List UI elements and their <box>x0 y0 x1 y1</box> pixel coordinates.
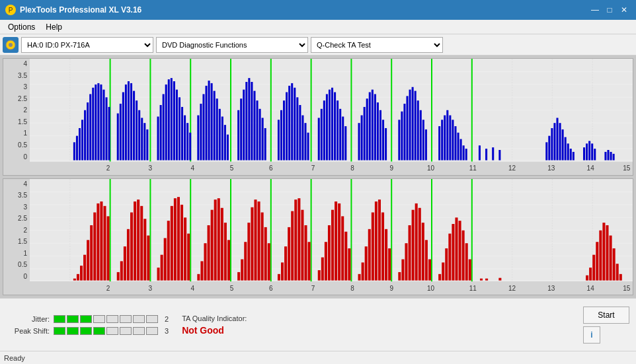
svg-rect-60 <box>146 129 148 161</box>
svg-rect-221 <box>117 272 120 280</box>
svg-rect-59 <box>143 123 145 160</box>
svg-rect-166 <box>570 149 572 160</box>
svg-rect-74 <box>197 116 199 161</box>
svg-rect-115 <box>334 92 336 161</box>
svg-rect-236 <box>174 198 177 280</box>
svg-rect-261 <box>278 273 280 280</box>
svg-rect-66 <box>171 78 173 160</box>
svg-rect-216 <box>93 212 96 280</box>
meter-block <box>106 327 118 335</box>
svg-rect-119 <box>344 126 346 161</box>
svg-rect-70 <box>181 107 183 161</box>
svg-rect-41 <box>89 94 91 160</box>
svg-rect-87 <box>240 98 242 160</box>
svg-rect-45 <box>100 85 102 161</box>
svg-rect-152 <box>465 149 467 160</box>
svg-rect-311 <box>480 278 483 280</box>
svg-rect-107 <box>304 123 306 160</box>
svg-rect-43 <box>95 85 97 161</box>
app-icon: P <box>5 5 16 15</box>
svg-rect-288 <box>381 212 384 280</box>
jitter-meter <box>54 315 158 323</box>
svg-rect-143 <box>441 120 443 160</box>
svg-rect-46 <box>102 90 104 161</box>
svg-rect-76 <box>202 94 204 160</box>
svg-rect-36 <box>76 136 78 161</box>
svg-rect-93 <box>257 100 258 160</box>
svg-rect-238 <box>180 204 183 280</box>
status-text: Ready <box>4 354 25 362</box>
svg-rect-272 <box>321 257 324 280</box>
svg-rect-297 <box>418 207 421 280</box>
svg-rect-171 <box>591 143 593 160</box>
svg-rect-300 <box>428 259 431 280</box>
svg-rect-83 <box>221 116 223 160</box>
window-title: PlexTools Professional XL V3.16 <box>20 5 141 15</box>
menu-help[interactable]: Help <box>40 21 67 33</box>
svg-rect-227 <box>137 200 139 280</box>
svg-rect-262 <box>281 262 284 280</box>
svg-rect-305 <box>452 224 454 281</box>
peak-shift-label: Peak Shift: <box>7 327 50 335</box>
svg-rect-256 <box>254 200 257 280</box>
close-button[interactable]: ✕ <box>617 3 631 17</box>
svg-rect-252 <box>241 259 243 280</box>
start-button[interactable]: Start <box>583 307 629 324</box>
svg-rect-75 <box>200 104 202 161</box>
svg-rect-51 <box>122 92 124 161</box>
svg-rect-246 <box>214 200 217 280</box>
svg-rect-125 <box>372 90 374 161</box>
svg-rect-124 <box>369 92 371 161</box>
svg-rect-140 <box>422 120 424 160</box>
maximize-button[interactable]: □ <box>603 3 616 17</box>
svg-rect-210 <box>73 278 76 280</box>
function-select[interactable]: DVD Diagnostic Functions <box>156 37 308 53</box>
svg-rect-149 <box>457 133 459 161</box>
svg-rect-153 <box>479 145 481 160</box>
svg-rect-299 <box>425 240 428 280</box>
svg-rect-319 <box>602 223 605 280</box>
svg-rect-92 <box>253 91 255 161</box>
minimize-button[interactable]: — <box>588 3 602 17</box>
svg-rect-219 <box>103 205 106 280</box>
svg-rect-310 <box>469 259 471 280</box>
svg-rect-304 <box>448 233 451 280</box>
svg-rect-109 <box>318 118 320 160</box>
svg-rect-292 <box>401 259 404 280</box>
svg-rect-54 <box>130 83 132 161</box>
svg-rect-214 <box>87 240 89 280</box>
svg-rect-251 <box>237 272 240 280</box>
test-select[interactable]: Q-Check TA Test <box>311 37 443 53</box>
main-content: 4 3.5 3 2.5 2 1.5 1 0.5 0 <box>0 55 636 298</box>
svg-rect-286 <box>375 201 378 281</box>
svg-rect-233 <box>164 238 167 280</box>
info-button[interactable]: i <box>583 326 600 344</box>
svg-rect-55 <box>133 91 135 161</box>
svg-rect-91 <box>251 82 253 161</box>
svg-rect-165 <box>567 143 569 160</box>
svg-rect-117 <box>339 109 341 161</box>
svg-rect-160 <box>553 123 555 160</box>
svg-rect-142 <box>438 126 440 161</box>
ta-quality-section: TA Quality Indicator: Not Good <box>182 314 247 336</box>
svg-rect-309 <box>465 243 468 280</box>
svg-rect-56 <box>136 100 138 160</box>
ta-quality-label: TA Quality Indicator: <box>182 314 247 322</box>
title-bar: P PlexTools Professional XL V3.16 — □ ✕ <box>0 0 636 20</box>
svg-rect-322 <box>613 248 616 280</box>
drive-select[interactable]: HA:0 ID:0 PX-716A <box>21 37 153 53</box>
svg-rect-247 <box>218 198 220 280</box>
svg-rect-218 <box>100 201 102 281</box>
svg-rect-217 <box>97 203 99 280</box>
svg-rect-264 <box>288 227 290 280</box>
svg-rect-108 <box>307 133 309 161</box>
svg-rect-150 <box>460 139 462 160</box>
svg-rect-159 <box>551 128 553 161</box>
svg-rect-144 <box>444 116 446 161</box>
meter-block <box>133 315 145 323</box>
svg-rect-129 <box>382 120 384 160</box>
svg-rect-131 <box>398 120 400 160</box>
menu-options[interactable]: Options <box>3 21 40 33</box>
svg-rect-257 <box>258 201 260 281</box>
svg-rect-96 <box>264 128 266 161</box>
